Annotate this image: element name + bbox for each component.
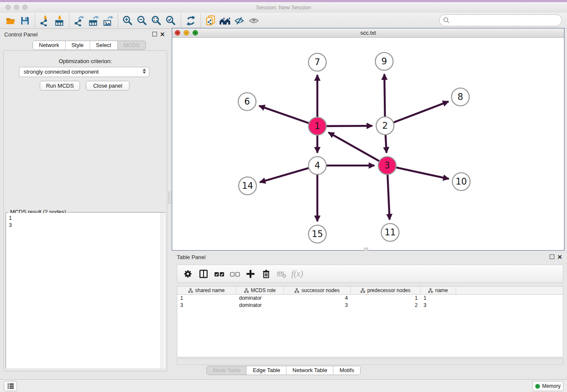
- edge-3-11[interactable]: [388, 174, 390, 220]
- table-tab-motifs[interactable]: Motifs: [333, 366, 360, 375]
- table-row[interactable]: 1dominator411: [177, 295, 563, 302]
- zoom-out-button[interactable]: [135, 14, 149, 28]
- node-label-4: 4: [314, 160, 320, 171]
- cell-predecessor-nodes[interactable]: 2: [351, 302, 421, 309]
- fx-icon: f(x): [292, 269, 303, 279]
- column-header-shared-name[interactable]: shared name: [177, 287, 236, 294]
- table-toolbar: f(x): [177, 265, 563, 283]
- float-panel-icon[interactable]: [152, 32, 157, 36]
- tab-network[interactable]: Network: [33, 41, 66, 50]
- show-column-panel-button[interactable]: [195, 266, 211, 282]
- tab-select[interactable]: Select: [90, 41, 118, 50]
- zoom-fit-button[interactable]: [149, 14, 164, 28]
- cell-MCDS-role[interactable]: dominator: [236, 295, 284, 302]
- mcds-result-list[interactable]: 1 3: [6, 213, 165, 368]
- column-type-icon: [295, 288, 299, 293]
- search-input[interactable]: [452, 17, 561, 24]
- zoom-in-icon: [122, 15, 133, 26]
- save-session-button[interactable]: [18, 14, 32, 28]
- column-header-MCDS-role[interactable]: MCDS role: [236, 287, 284, 294]
- table-tabs-row: Node TableEdge TableNetwork TableMotifs: [0, 366, 567, 375]
- import-table-button[interactable]: [52, 14, 66, 28]
- export-network-icon: [74, 15, 85, 26]
- export-image-button[interactable]: [101, 14, 115, 28]
- network-canvas[interactable]: 7968124314101511: [172, 38, 564, 250]
- cell-name[interactable]: 3: [421, 302, 456, 309]
- import-network-button[interactable]: [38, 14, 52, 28]
- network-close-button[interactable]: ×: [175, 30, 180, 36]
- hide-selected-button[interactable]: [232, 14, 247, 28]
- gear-icon: [182, 268, 193, 279]
- table-tab-edge-table[interactable]: Edge Table: [247, 366, 286, 375]
- show-all-button[interactable]: [247, 14, 261, 28]
- cell-MCDS-role[interactable]: dominator: [236, 302, 284, 309]
- titlebar: Session: New Session: [0, 2, 567, 13]
- refresh-icon: [185, 15, 196, 26]
- close-window-button[interactable]: [6, 5, 11, 10]
- column-header-predecessor-nodes[interactable]: predecessor nodes: [351, 287, 421, 294]
- create-column-button[interactable]: [242, 266, 258, 282]
- edge-2-9[interactable]: [384, 74, 385, 118]
- open-session-button[interactable]: [3, 14, 18, 28]
- cell-successor-nodes[interactable]: 4: [284, 295, 351, 302]
- delete-column-button[interactable]: [258, 266, 274, 282]
- cell-shared-name[interactable]: 1: [177, 295, 236, 302]
- table-tab-network-table[interactable]: Network Table: [286, 366, 333, 375]
- toolbar-separator: [118, 14, 118, 28]
- select-all-columns-button[interactable]: [211, 266, 227, 282]
- search-field[interactable]: [439, 14, 562, 26]
- show-task-history-button[interactable]: [4, 381, 17, 391]
- node-label-11: 11: [385, 227, 396, 237]
- tab-style[interactable]: Style: [66, 41, 90, 50]
- minimize-window-button[interactable]: [14, 5, 19, 10]
- memory-button[interactable]: Memory: [532, 381, 564, 391]
- cell-name[interactable]: 1: [421, 295, 456, 302]
- table-tab-node-table[interactable]: Node Table: [207, 366, 247, 375]
- edge-3-1[interactable]: [328, 133, 380, 162]
- column-header-successor-nodes[interactable]: successor nodes: [284, 287, 351, 294]
- edge-2-3[interactable]: [385, 134, 386, 153]
- edge-2-8[interactable]: [393, 102, 449, 123]
- run-mcds-button[interactable]: Run MCDS: [40, 81, 80, 91]
- delete-table-button-disabled: [274, 266, 289, 282]
- table-scrollbar[interactable]: [177, 358, 563, 365]
- maximize-window-button[interactable]: [22, 5, 28, 10]
- close-panel-icon[interactable]: ✕: [160, 32, 165, 37]
- table-body: 1dominator4113dominator323: [177, 295, 563, 309]
- network-resize-grip[interactable]: [364, 248, 368, 251]
- export-network-button[interactable]: [72, 14, 86, 28]
- cell-successor-nodes[interactable]: 3: [284, 302, 351, 309]
- result-scrollbar[interactable]: [160, 213, 164, 368]
- function-builder-button-disabled: f(x): [289, 266, 305, 282]
- zoom-in-button[interactable]: [121, 14, 135, 28]
- control-panel-header: Control Panel ✕: [0, 29, 171, 40]
- network-window-title: scc.txt: [172, 28, 564, 38]
- export-table-button[interactable]: [86, 14, 101, 28]
- close-panel-button[interactable]: Close panel: [86, 81, 129, 91]
- cell-predecessor-nodes[interactable]: 1: [351, 295, 421, 302]
- edge-1-6[interactable]: [259, 106, 310, 124]
- tab-mcds[interactable]: MCDS: [118, 41, 146, 50]
- edge-3-10[interactable]: [395, 167, 449, 179]
- edge-4-14[interactable]: [260, 168, 310, 182]
- import-table-icon: [54, 15, 65, 26]
- checked-checkboxes-icon: [213, 268, 225, 279]
- edge-1-2[interactable]: [325, 126, 372, 126]
- network-overview-button[interactable]: [204, 14, 218, 28]
- unselect-all-columns-button[interactable]: [227, 266, 242, 282]
- network-maximize-button[interactable]: +: [193, 30, 198, 36]
- refresh-button[interactable]: [184, 14, 198, 28]
- network-window-titlebar: × − + scc.txt: [172, 28, 564, 38]
- table-settings-button[interactable]: [180, 266, 195, 282]
- cell-shared-name[interactable]: 3: [177, 302, 236, 309]
- column-header-name[interactable]: name: [421, 287, 456, 294]
- node-label-8: 8: [457, 92, 463, 102]
- table-close-icon[interactable]: ✕: [557, 254, 562, 259]
- table-float-icon[interactable]: [550, 254, 554, 259]
- zoom-out-icon: [137, 15, 148, 26]
- table-row[interactable]: 3dominator323: [177, 302, 563, 309]
- optimization-dropdown[interactable]: strongly connected component: [19, 67, 149, 77]
- network-minimize-button[interactable]: −: [184, 30, 189, 36]
- first-neighbors-button[interactable]: [218, 14, 232, 28]
- zoom-selected-button[interactable]: [164, 14, 178, 28]
